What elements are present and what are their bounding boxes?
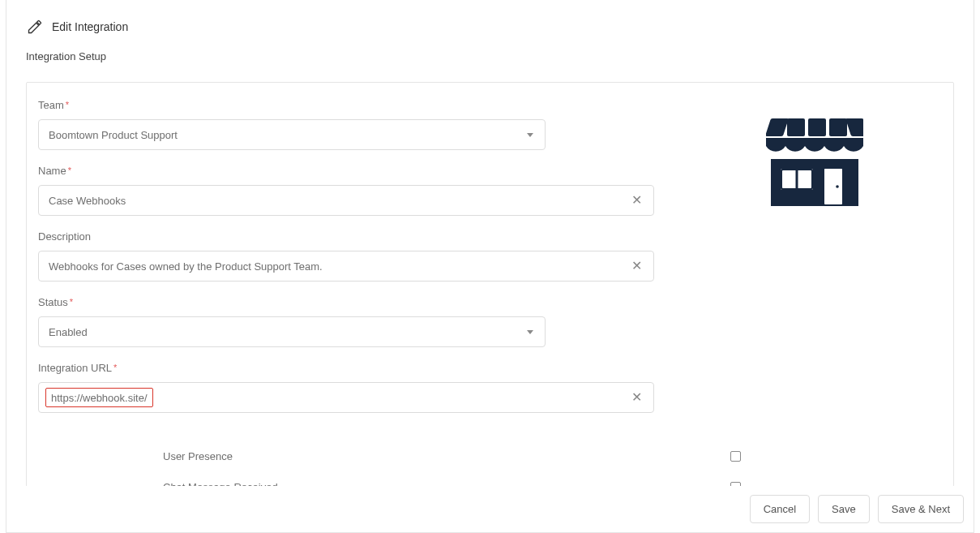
checkbox-label: User Presence (27, 450, 730, 462)
chevron-down-icon (527, 330, 533, 334)
page-title: Edit Integration (52, 20, 128, 33)
required-marker: * (66, 100, 69, 110)
team-value: Boomtown Product Support (49, 129, 178, 141)
integration-illustration (643, 99, 953, 428)
form-panel: Team* Boomtown Product Support Name* Cas… (26, 82, 954, 488)
description-label: Description (38, 230, 643, 243)
checkbox-row: User Presence (27, 441, 953, 471)
svg-rect-3 (829, 118, 847, 136)
close-icon[interactable]: ✕ (630, 194, 644, 207)
svg-rect-1 (787, 118, 805, 136)
svg-rect-2 (808, 118, 826, 136)
team-label: Team* (38, 99, 643, 111)
name-value: Case Webhooks (49, 195, 126, 207)
status-label-text: Status (38, 296, 68, 308)
store-icon (766, 118, 863, 209)
checkbox-user-presence[interactable] (730, 451, 741, 462)
required-marker: * (113, 363, 117, 372)
required-marker: * (68, 165, 71, 175)
name-label-text: Name (38, 165, 66, 177)
status-value: Enabled (49, 326, 88, 338)
integration-url-input[interactable]: https://webhook.site/ ✕ (38, 382, 654, 413)
cancel-button[interactable]: Cancel (750, 495, 810, 523)
status-label: Status* (38, 296, 643, 308)
description-input[interactable]: Webhooks for Cases owned by the Product … (38, 251, 654, 282)
close-icon[interactable]: ✕ (630, 260, 644, 273)
svg-rect-0 (766, 118, 789, 136)
team-select[interactable]: Boomtown Product Support (38, 119, 546, 150)
close-icon[interactable]: ✕ (630, 391, 644, 404)
integration-url-label: Integration URL* (38, 362, 643, 374)
page-container: Edit Integration Integration Setup Team*… (6, 0, 974, 533)
save-next-button[interactable]: Save & Next (878, 495, 964, 523)
svg-rect-4 (845, 118, 863, 136)
integration-url-highlight: https://webhook.site/ (45, 388, 153, 407)
name-input[interactable]: Case Webhooks ✕ (38, 185, 654, 216)
section-title: Integration Setup (6, 36, 974, 62)
page-header: Edit Integration (6, 0, 974, 36)
status-select[interactable]: Enabled (38, 316, 546, 347)
required-marker: * (70, 297, 73, 307)
footer-actions: Cancel Save Save & Next (6, 486, 974, 532)
checkbox-row: Chat Message Received (27, 471, 953, 488)
name-label: Name* (38, 165, 643, 177)
pencil-icon (26, 18, 44, 36)
svg-rect-16 (824, 169, 842, 204)
description-value: Webhooks for Cases owned by the Product … (49, 260, 323, 273)
team-label-text: Team (38, 99, 64, 111)
svg-point-17 (836, 185, 839, 188)
event-checkbox-list: User Presence Chat Message Received Issu… (27, 441, 953, 488)
chevron-down-icon (527, 133, 533, 137)
save-button[interactable]: Save (818, 495, 870, 523)
integration-url-label-text: Integration URL (38, 362, 112, 374)
